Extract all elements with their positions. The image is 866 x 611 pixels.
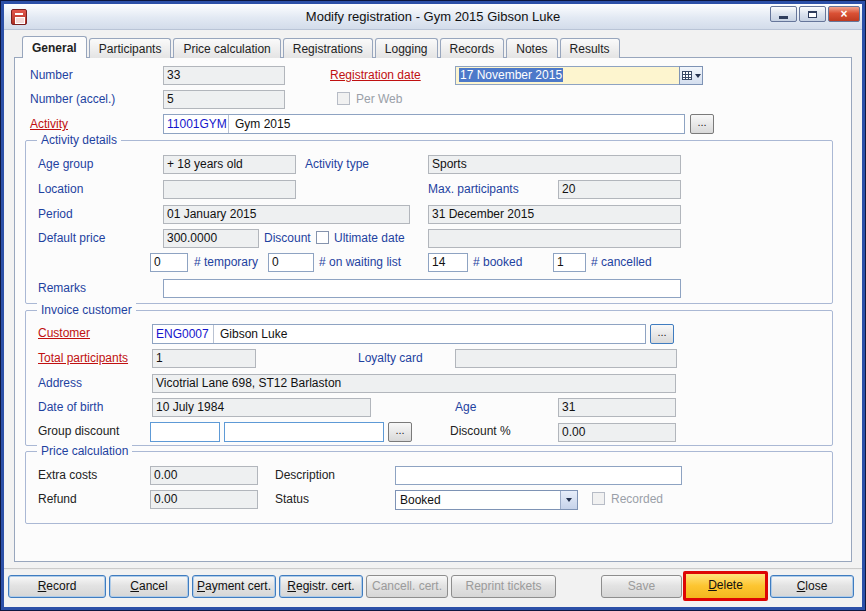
maximize-button[interactable]: [799, 6, 826, 22]
refund-field[interactable]: 0.00: [150, 490, 258, 509]
group-discount-browse-button[interactable]: ...: [388, 422, 412, 442]
status-combobox[interactable]: Booked: [395, 490, 578, 510]
cancel-button[interactable]: Cancel: [109, 575, 189, 598]
tab-records[interactable]: Records: [440, 38, 505, 58]
payment-cert-button[interactable]: Payment cert.: [192, 575, 276, 598]
customer-browse-button[interactable]: ...: [650, 324, 674, 344]
registration-date-label: Registration date: [330, 66, 421, 85]
app-icon: [11, 9, 27, 25]
caption-buttons: ×: [770, 6, 860, 22]
number-field[interactable]: 33: [163, 66, 285, 85]
period-label: Period: [38, 205, 73, 224]
date-of-birth-label: Date of birth: [38, 398, 103, 417]
activity-field[interactable]: 11001GYMGym 2015: [163, 114, 685, 134]
tab-price-calculation[interactable]: Price calculation: [173, 38, 280, 58]
total-participants-label: Total participants: [38, 349, 128, 368]
customer-code: ENG0007: [156, 325, 214, 343]
tab-registrations[interactable]: Registrations: [283, 38, 373, 58]
age-group-label: Age group: [38, 155, 93, 174]
location-field[interactable]: [163, 180, 296, 199]
age-group-field[interactable]: + 18 years old: [163, 155, 296, 174]
activity-browse-button[interactable]: ...: [690, 114, 714, 134]
booked-label: # booked: [473, 253, 522, 272]
save-button[interactable]: Save: [601, 575, 682, 598]
max-participants-field[interactable]: 20: [558, 180, 681, 199]
tab-results[interactable]: Results: [560, 38, 620, 58]
discount-pct-field[interactable]: 0.00: [558, 423, 676, 442]
cancell-cert-button[interactable]: Cancell. cert.: [366, 575, 448, 598]
temporary-label: # temporary: [194, 253, 258, 272]
registration-date-field[interactable]: 17 November 2015: [455, 66, 680, 85]
activity-label: Activity: [30, 115, 68, 134]
registr-cert-button[interactable]: Registr. cert.: [279, 575, 363, 598]
loyalty-card-label: Loyalty card: [358, 349, 423, 368]
remarks-field[interactable]: [163, 279, 681, 298]
period-to-field[interactable]: 31 December 2015: [428, 205, 681, 224]
discount-pct-label: Discount %: [450, 422, 511, 441]
booked-count-field[interactable]: 14: [428, 253, 468, 272]
tab-logging[interactable]: Logging: [375, 38, 438, 58]
number-accel-field[interactable]: 5: [163, 90, 285, 109]
cancelled-count-field[interactable]: 1: [553, 253, 586, 272]
chevron-down-icon: [695, 74, 701, 78]
status-label: Status: [275, 490, 309, 509]
recorded-label: Recorded: [611, 490, 663, 509]
refund-label: Refund: [38, 490, 77, 509]
age-label: Age: [455, 398, 476, 417]
close-button[interactable]: Close: [770, 575, 854, 598]
activity-code: 11001GYM: [167, 115, 229, 133]
footer-separator: [4, 568, 862, 570]
group-discount-code-field[interactable]: [150, 422, 220, 442]
status-value: Booked: [396, 491, 560, 509]
minimize-icon: [779, 16, 788, 19]
activity-type-label: Activity type: [305, 155, 369, 174]
per-web-checkbox: [337, 92, 350, 105]
cancelled-label: # cancelled: [591, 253, 652, 272]
date-of-birth-field[interactable]: 10 July 1984: [152, 398, 371, 417]
loyalty-card-field[interactable]: [455, 349, 677, 368]
max-participants-label: Max. participants: [428, 180, 519, 199]
ultimate-date-label: Ultimate date: [334, 229, 405, 248]
status-dropdown-button[interactable]: [560, 491, 577, 509]
discount-checkbox[interactable]: [316, 231, 329, 244]
number-label: Number: [30, 66, 73, 85]
age-field[interactable]: 31: [558, 398, 676, 417]
registration-date-dropdown-button[interactable]: [679, 66, 703, 85]
description-field[interactable]: [395, 466, 682, 485]
price-calculation-groupbox: Price calculation: [25, 451, 833, 524]
recorded-checkbox: [592, 492, 605, 505]
address-field[interactable]: Vicotrial Lane 698, ST12 Barlaston: [152, 374, 676, 393]
reprint-tickets-button[interactable]: Reprint tickets: [451, 575, 556, 598]
remarks-label: Remarks: [38, 279, 86, 298]
discount-label: Discount: [264, 229, 311, 248]
waiting-list-label: # on waiting list: [319, 253, 401, 272]
titlebar-close-button[interactable]: ×: [828, 6, 860, 22]
delete-button[interactable]: Delete: [683, 571, 768, 601]
record-button[interactable]: Record: [8, 575, 106, 598]
group-discount-name-field[interactable]: [224, 422, 384, 442]
customer-field[interactable]: ENG0007Gibson Luke: [152, 324, 646, 344]
activity-type-field[interactable]: Sports: [428, 155, 681, 174]
maximize-icon: [808, 11, 817, 18]
tab-participants[interactable]: Participants: [89, 38, 172, 58]
price-calculation-title: Price calculation: [37, 444, 132, 458]
temporary-count-field[interactable]: 0: [150, 253, 188, 272]
extra-costs-label: Extra costs: [38, 466, 97, 485]
tab-general[interactable]: General: [22, 36, 87, 58]
minimize-button[interactable]: [770, 6, 797, 22]
number-accel-label: Number (accel.): [30, 90, 115, 109]
customer-label: Customer: [38, 324, 90, 343]
date-selection: 17 November 2015: [459, 68, 563, 82]
period-from-field[interactable]: 01 January 2015: [163, 205, 410, 224]
location-label: Location: [38, 180, 83, 199]
chevron-down-icon: [566, 498, 572, 502]
customer-name: Gibson Luke: [220, 327, 287, 341]
tab-notes[interactable]: Notes: [506, 38, 557, 58]
extra-costs-field[interactable]: 0.00: [150, 466, 258, 485]
waiting-list-count-field[interactable]: 0: [268, 253, 314, 272]
activity-details-title: Activity details: [37, 133, 121, 147]
ultimate-date-field[interactable]: [428, 229, 681, 248]
default-price-field[interactable]: 300.0000: [163, 229, 259, 248]
total-participants-field[interactable]: 1: [152, 349, 256, 368]
title-bar: Modify registration - Gym 2015 Gibson Lu…: [4, 4, 862, 30]
